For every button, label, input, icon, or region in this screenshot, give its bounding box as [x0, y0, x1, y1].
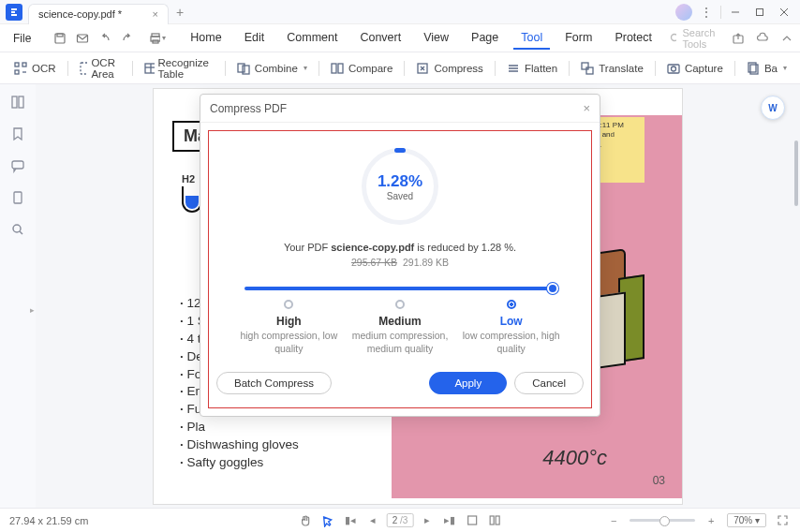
menu-comment[interactable]: Comment: [279, 27, 345, 50]
view-mode-icon[interactable]: [486, 512, 503, 529]
apply-button[interactable]: Apply: [429, 372, 507, 394]
undo-icon[interactable]: [96, 30, 113, 47]
compression-slider[interactable]: [244, 287, 556, 290]
batch-compress-button[interactable]: Batch Compress: [216, 372, 332, 394]
collapse-ribbon-icon[interactable]: [778, 30, 795, 47]
list-item: Pla: [180, 419, 299, 436]
next-page-icon[interactable]: ▸: [419, 512, 436, 529]
svg-rect-38: [490, 516, 494, 525]
fullscreen-icon[interactable]: [774, 512, 791, 529]
svg-rect-17: [145, 64, 154, 73]
savings-percent: 1.28%: [378, 172, 422, 191]
doc-subheading: H2: [182, 173, 195, 185]
hand-tool-icon[interactable]: [297, 512, 314, 529]
svg-rect-20: [238, 64, 244, 72]
search-panel-icon[interactable]: [9, 221, 26, 238]
menu-convert[interactable]: Convert: [352, 27, 408, 50]
tab-title: science-copy.pdf *: [38, 8, 122, 20]
more-icon[interactable]: ⋮: [696, 2, 717, 22]
save-icon[interactable]: [52, 30, 68, 47]
option-low[interactable]: Low low compression, high quality: [455, 300, 567, 355]
radio-low[interactable]: [507, 300, 516, 309]
svg-rect-31: [12, 96, 17, 108]
print-icon[interactable]: [149, 30, 166, 47]
tool-flatten[interactable]: Flatten: [498, 58, 565, 79]
svg-point-28: [671, 66, 675, 71]
option-medium[interactable]: Medium medium compression, medium qualit…: [345, 300, 456, 355]
cancel-button[interactable]: Cancel: [514, 372, 584, 394]
dialog-title: Compress PDF: [210, 102, 287, 115]
prev-page-icon[interactable]: ◂: [364, 512, 381, 529]
dialog-header: Compress PDF ×: [200, 95, 600, 123]
tool-ocr[interactable]: OCR: [6, 58, 64, 79]
tab-close-icon[interactable]: ×: [153, 8, 158, 20]
menu-page[interactable]: Page: [464, 27, 506, 50]
menu-edit[interactable]: Edit: [237, 27, 273, 50]
scrollbar-thumb[interactable]: [794, 140, 798, 206]
tool-translate[interactable]: Translate: [572, 58, 651, 79]
tool-recognize-table[interactable]: Recognize Table: [136, 54, 220, 82]
word-export-badge[interactable]: W: [761, 96, 785, 120]
tool-combine[interactable]: Combine: [229, 58, 315, 79]
comments-icon[interactable]: [9, 157, 26, 174]
fit-page-icon[interactable]: [464, 512, 481, 529]
compress-dialog: Compress PDF × 1.28% Saved Your PDF scie…: [200, 94, 600, 417]
thumbnails-icon[interactable]: [9, 94, 26, 111]
tool-ocr-area[interactable]: OCR Area: [71, 54, 129, 82]
cloud-icon[interactable]: [754, 30, 771, 47]
svg-rect-22: [332, 64, 336, 73]
page-indicator[interactable]: 2 /3: [387, 513, 414, 527]
size-comparison: 295.67 KB291.89 KB: [216, 257, 584, 268]
minimize-button[interactable]: [725, 2, 746, 22]
file-menu[interactable]: File: [6, 30, 38, 47]
app-icon: [6, 4, 22, 21]
tool-compare[interactable]: Compare: [322, 58, 400, 79]
attachments-icon[interactable]: [9, 189, 26, 206]
zoom-slider[interactable]: [630, 519, 695, 522]
menu-bar: File Home Edit Comment Convert View Page…: [0, 24, 800, 52]
tool-batch[interactable]: Ba: [738, 58, 794, 79]
bookmarks-icon[interactable]: [9, 126, 26, 142]
menu-form[interactable]: Form: [557, 27, 600, 50]
compression-options: High high compression, low quality Mediu…: [216, 300, 584, 355]
svg-rect-32: [19, 96, 23, 108]
slider-knob[interactable]: [547, 283, 558, 294]
svg-rect-33: [12, 161, 23, 169]
menu-view[interactable]: View: [416, 27, 456, 50]
dialog-close-icon[interactable]: ×: [583, 101, 590, 115]
zoom-in-icon[interactable]: +: [703, 512, 719, 529]
share-icon[interactable]: [730, 30, 747, 47]
select-tool-icon[interactable]: [319, 512, 336, 529]
maximize-button[interactable]: [749, 2, 770, 22]
menu-protect[interactable]: Protect: [607, 27, 659, 50]
option-high[interactable]: High high compression, low quality: [233, 300, 345, 355]
document-tab[interactable]: science-copy.pdf * ×: [28, 4, 169, 24]
search-tools-input[interactable]: Search Tools: [662, 25, 727, 52]
menu-home[interactable]: Home: [183, 27, 229, 50]
svg-rect-13: [15, 63, 19, 66]
mail-icon[interactable]: [74, 30, 91, 47]
zoom-out-icon[interactable]: −: [605, 512, 622, 529]
new-tab-button[interactable]: +: [176, 5, 184, 20]
tool-compress[interactable]: Compress: [407, 58, 490, 79]
user-avatar[interactable]: [675, 4, 692, 21]
left-sidebar: ▸: [0, 84, 36, 508]
svg-rect-26: [586, 67, 593, 74]
temperature-label: 4400°c: [542, 446, 607, 470]
radio-medium[interactable]: [395, 300, 405, 309]
savings-label: Saved: [387, 191, 413, 201]
last-page-icon[interactable]: ▸▮: [441, 512, 458, 529]
first-page-icon[interactable]: ▮◂: [342, 512, 359, 529]
svg-rect-1: [757, 8, 763, 15]
search-placeholder: Search Tools: [682, 27, 719, 50]
redo-icon[interactable]: [119, 30, 136, 47]
zoom-value[interactable]: 70% ▾: [727, 513, 766, 527]
close-window-button[interactable]: [774, 2, 794, 22]
svg-rect-14: [15, 70, 19, 74]
radio-high[interactable]: [284, 300, 293, 309]
page-dimensions: 27.94 x 21.59 cm: [9, 515, 88, 526]
svg-point-10: [672, 34, 677, 40]
tool-capture[interactable]: Capture: [659, 58, 731, 79]
menu-tool[interactable]: Tool: [513, 27, 550, 50]
svg-rect-39: [496, 516, 499, 525]
